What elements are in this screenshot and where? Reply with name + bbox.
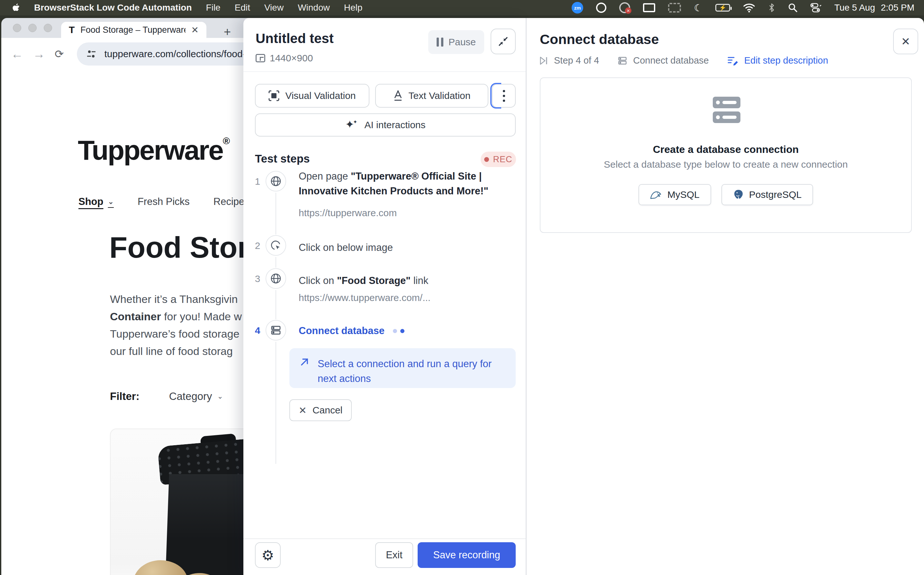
edit-step-description-link[interactable]: Edit step description	[744, 55, 828, 66]
cancel-button[interactable]: ✕ Cancel	[289, 399, 352, 421]
hint-text: Select a connection and run a query for …	[318, 357, 492, 386]
gear-icon: ⚙	[261, 547, 274, 564]
database-large-icon	[713, 97, 741, 123]
menu-edit[interactable]: Edit	[235, 3, 250, 13]
intro-paragraph: Whether it’s a Thanksgivin Container for…	[110, 291, 242, 360]
step-meta-row: Step 4 of 4 Connect database Edit step d…	[540, 55, 828, 66]
browser-tab[interactable]: T Food Storage – Tupperware ✕	[61, 22, 206, 38]
back-button[interactable]: ←	[11, 47, 23, 61]
url-text: tupperware.com/collections/food-	[105, 49, 246, 59]
ring-icon[interactable]	[596, 1, 606, 14]
panel-close-button[interactable]: ✕	[893, 29, 918, 54]
step-number: 2	[250, 240, 264, 251]
forward-button[interactable]: →	[33, 47, 45, 61]
step-connect-database-link[interactable]: Connect database	[299, 325, 405, 337]
step-number: 1	[250, 176, 264, 187]
arrow-up-right-icon	[299, 357, 310, 367]
save-recording-button[interactable]: Save recording	[417, 542, 516, 568]
apple-icon[interactable]	[11, 1, 20, 14]
paragraph-line: Tupperware’s food storage	[110, 325, 242, 342]
step-hint-box[interactable]: Select a connection and run a query for …	[289, 348, 516, 388]
nav-shop[interactable]: Shop⌄	[78, 196, 114, 208]
menu-view[interactable]: View	[264, 3, 284, 13]
wifi-icon[interactable]	[743, 1, 755, 14]
menu-file[interactable]: File	[206, 3, 221, 13]
postgresql-elephant-icon	[733, 189, 744, 200]
filter-category-dropdown[interactable]: Category⌄	[169, 390, 223, 402]
click-icon	[270, 240, 281, 251]
battery-charging-icon[interactable]: ⚡	[715, 1, 730, 14]
step-description[interactable]: Click on below image	[299, 240, 513, 255]
connect-database-panel: Connect database ✕ Step 4 of 4 Connect d…	[526, 18, 924, 575]
menu-help[interactable]: Help	[344, 3, 363, 13]
mysql-dolphin-icon	[650, 190, 662, 200]
text-validation-icon	[393, 90, 403, 101]
pause-icon	[437, 38, 443, 46]
close-icon: ✕	[299, 405, 307, 416]
rec-badge: REC	[481, 152, 516, 167]
step-url: https://www.tupperware.com/...	[299, 292, 430, 303]
recorder-panel: Untitled test 1440×900 Pause Visual Vali…	[244, 18, 526, 575]
control-center-icon[interactable]	[811, 1, 822, 14]
panel-title: Connect database	[540, 32, 659, 47]
site-nav: Shop⌄ Fresh Picks Recipes	[78, 196, 250, 208]
filter-label: Filter:	[110, 390, 140, 402]
screen: BrowserStack Low Code Automation File Ed…	[0, 0, 924, 575]
visual-validation-button[interactable]: Visual Validation	[255, 84, 370, 108]
display-icon[interactable]	[643, 1, 655, 14]
test-title: Untitled test	[256, 31, 334, 46]
step-description[interactable]: Click on "Food Storage" link	[299, 273, 513, 288]
step-connector	[276, 193, 276, 235]
window-close-button[interactable]	[13, 24, 21, 32]
mysql-button[interactable]: MySQL	[639, 184, 711, 205]
step-progress: Step 4 of 4	[554, 55, 599, 66]
reload-button[interactable]: ⟳	[55, 48, 64, 60]
menubar-clock[interactable]: Tue 5 Aug 2:05 PM	[834, 3, 914, 13]
footer-divider	[244, 538, 526, 539]
macos-menu-bar: BrowserStack Low Code Automation File Ed…	[0, 0, 924, 16]
card-title: Create a database connection	[540, 144, 911, 156]
tupperware-logo[interactable]: Tupperware®	[78, 134, 229, 166]
step-icon-circle	[266, 235, 286, 256]
chevron-down-icon: ⌄	[108, 197, 114, 206]
step-connector	[276, 257, 276, 268]
close-icon: ✕	[901, 35, 911, 48]
exit-button[interactable]: Exit	[375, 542, 413, 568]
menubar-app-name[interactable]: BrowserStack Low Code Automation	[34, 3, 192, 13]
focus-moon-icon[interactable]: ☾	[694, 1, 703, 14]
site-settings-icon[interactable]	[86, 49, 97, 59]
record-off-icon[interactable]: ✕	[619, 1, 630, 14]
bluetooth-icon[interactable]	[768, 1, 775, 14]
more-options-button[interactable]	[492, 84, 516, 108]
step-icon-circle	[266, 171, 286, 191]
tab-close-icon[interactable]: ✕	[191, 25, 199, 35]
edit-icon	[728, 56, 739, 65]
paragraph-line: Whether it’s a Thanksgivin	[110, 291, 242, 308]
collapse-button[interactable]	[491, 29, 516, 54]
clock-date: Tue 5 Aug	[834, 3, 875, 13]
nav-fresh-picks[interactable]: Fresh Picks	[138, 196, 190, 208]
sidecar-icon[interactable]	[668, 1, 681, 14]
screen-size-icon	[256, 54, 265, 62]
step-description[interactable]: Open page "Tupperware® Official Site | I…	[299, 169, 513, 199]
kebab-icon	[503, 90, 505, 102]
ai-interactions-button[interactable]: ✦✦ AI interactions	[255, 113, 516, 137]
collapse-icon	[497, 36, 509, 47]
tab-favicon: T	[69, 24, 75, 35]
zoom-app-icon[interactable]: zm	[572, 1, 583, 14]
menu-window[interactable]: Window	[298, 3, 330, 13]
text-validation-button[interactable]: Text Validation	[375, 84, 488, 108]
settings-button[interactable]: ⚙	[255, 542, 281, 568]
step-name: Connect database	[633, 55, 709, 66]
new-tab-button[interactable]: +	[224, 25, 231, 39]
window-zoom-button[interactable]	[44, 24, 52, 32]
postgresql-button[interactable]: PostgreSQL	[722, 184, 813, 205]
spotlight-search-icon[interactable]	[788, 1, 798, 14]
database-icon	[618, 56, 627, 65]
step-connector	[276, 342, 276, 464]
pause-button[interactable]: Pause	[428, 30, 484, 54]
window-minimize-button[interactable]	[28, 24, 37, 32]
registered-mark: ®	[223, 135, 229, 146]
test-steps-heading: Test steps	[255, 152, 310, 165]
globe-icon	[270, 273, 281, 284]
